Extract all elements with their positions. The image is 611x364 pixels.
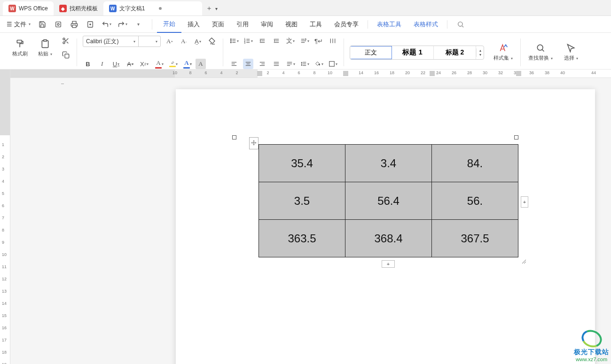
menu-home[interactable]: 开始: [157, 16, 181, 33]
numbering-button[interactable]: 123▾: [243, 36, 253, 46]
increase-indent-button[interactable]: [271, 36, 282, 46]
underline-button[interactable]: U▾: [111, 59, 121, 69]
menu-table-tools[interactable]: 表格工具: [371, 16, 407, 33]
tab-document[interactable]: W 文字文稿1: [103, 1, 202, 15]
find-replace-button[interactable]: 查找替换 ▾: [526, 42, 555, 62]
superscript-button[interactable]: X2▾: [139, 59, 149, 69]
column-marker[interactable]: [430, 71, 435, 76]
highlight-button[interactable]: ▾: [167, 59, 178, 69]
save-button[interactable]: [37, 19, 47, 30]
selection-handle[interactable]: [232, 135, 236, 139]
resize-handle[interactable]: [521, 257, 525, 262]
strikethrough-button[interactable]: A▾: [125, 59, 135, 69]
table-cell[interactable]: 367.5: [432, 220, 518, 257]
table-row[interactable]: 35.4 3.4 84.: [259, 145, 518, 182]
column-marker[interactable]: [343, 71, 348, 76]
cut-button[interactable]: [61, 36, 71, 46]
line-spacing-button[interactable]: ▾: [299, 59, 310, 69]
table-row[interactable]: 3.5 56.4 56.: [259, 182, 518, 220]
font-color-button[interactable]: A▾: [153, 59, 164, 69]
text-direction-button[interactable]: [328, 36, 338, 46]
bold-button[interactable]: B: [83, 59, 93, 69]
align-right-button[interactable]: [257, 59, 267, 69]
horizontal-ruler[interactable]: 1086422468101416182022242628303234363840…: [10, 70, 611, 78]
tab-app[interactable]: W WPS Office: [3, 1, 54, 15]
print-button[interactable]: [69, 19, 79, 30]
font-selector[interactable]: Calibri (正文)▾ ▾: [83, 36, 161, 47]
menu-view[interactable]: 视图: [279, 16, 304, 33]
table-cell[interactable]: 363.5: [259, 220, 345, 257]
selection-handle[interactable]: [514, 135, 518, 139]
table-cell[interactable]: 3.4: [345, 145, 432, 182]
qat-more-button[interactable]: ▾: [133, 19, 143, 30]
svg-line-63: [522, 260, 526, 263]
borders-button[interactable]: ▾: [328, 59, 338, 69]
move-icon: [251, 140, 257, 146]
svg-point-1: [57, 23, 59, 25]
table-cell[interactable]: 56.: [432, 182, 518, 220]
increase-font-button[interactable]: A+: [164, 36, 175, 46]
table-cell[interactable]: 56.4: [345, 182, 432, 220]
align-justify-button[interactable]: [271, 59, 282, 69]
indent-marker[interactable]: [257, 71, 262, 76]
svg-line-5: [462, 26, 463, 27]
align-center-button[interactable]: [243, 59, 253, 69]
add-row-handle[interactable]: +: [382, 260, 395, 268]
table-move-handle[interactable]: [249, 137, 258, 149]
decrease-indent-button[interactable]: [257, 36, 267, 46]
indent-marker-right[interactable]: [516, 71, 521, 76]
clear-format-button[interactable]: [207, 36, 217, 46]
align-left-button[interactable]: [229, 59, 239, 69]
paste-button[interactable]: 粘贴 ▾: [36, 38, 54, 58]
tab-templates[interactable]: ◆ 找稻壳模板: [54, 1, 103, 15]
copy-button[interactable]: [61, 50, 71, 60]
document-canvas[interactable]: ⎯ 35.4 3.4 84. 3.5 56.4 56.: [10, 78, 611, 364]
vertical-ruler[interactable]: 432112345678910111213141516171819: [0, 70, 10, 364]
print-preview-button[interactable]: [53, 19, 63, 30]
menu-tools[interactable]: 工具: [304, 16, 328, 33]
style-normal[interactable]: 正文: [350, 46, 392, 59]
table-cell[interactable]: 3.5: [259, 182, 345, 220]
table-cell[interactable]: 35.4: [259, 145, 345, 182]
menu-insert[interactable]: 插入: [181, 16, 206, 33]
shading-button[interactable]: A: [196, 59, 206, 69]
italic-button[interactable]: I: [97, 59, 107, 69]
change-case-button[interactable]: A̤▾: [193, 36, 203, 46]
document-table[interactable]: 35.4 3.4 84. 3.5 56.4 56. 363.5 368.4 36…: [258, 144, 518, 257]
menu-page[interactable]: 页面: [206, 16, 230, 33]
style-set-button[interactable]: 样式集 ▾: [492, 42, 515, 62]
line-spacing-icon: [300, 61, 307, 67]
quick-access: ▾ ▾ ▾: [37, 19, 152, 30]
style-scroll-down[interactable]: ▾: [477, 53, 484, 57]
tab-overflow-button[interactable]: ▾: [215, 6, 218, 11]
chevron-down-icon: ▾: [29, 22, 31, 26]
menu-reference[interactable]: 引用: [230, 16, 255, 33]
file-menu[interactable]: ☰ 文件 ▾: [7, 20, 31, 29]
style-heading1[interactable]: 标题 1: [392, 46, 434, 59]
format-painter-button[interactable]: 格式刷: [10, 38, 30, 58]
ltr-button[interactable]: ▾: [299, 36, 310, 46]
table-row[interactable]: 363.5 368.4 367.5: [259, 220, 518, 257]
format-marks-button[interactable]: ¶↵: [313, 36, 324, 46]
select-button[interactable]: 选择 ▾: [562, 42, 580, 62]
text-effects-button[interactable]: A▾: [181, 59, 192, 69]
new-tab-button[interactable]: ＋: [206, 4, 212, 13]
table-cell[interactable]: 84.: [432, 145, 518, 182]
decrease-font-button[interactable]: A-: [179, 36, 189, 46]
add-column-handle[interactable]: +: [521, 196, 528, 208]
undo-button[interactable]: ▾: [101, 19, 111, 30]
table-cell[interactable]: 368.4: [345, 220, 432, 257]
phonetic-button[interactable]: 文▾: [285, 36, 296, 46]
chevron-down-icon: ▾: [156, 39, 157, 44]
redo-button[interactable]: ▾: [117, 19, 127, 30]
export-button[interactable]: [85, 19, 95, 30]
style-heading2[interactable]: 标题 2: [434, 46, 476, 59]
fill-color-button[interactable]: ▾: [313, 59, 324, 69]
menu-member[interactable]: 会员专享: [328, 16, 365, 33]
search-button[interactable]: [457, 21, 464, 28]
menu-review[interactable]: 审阅: [255, 16, 279, 33]
menu-table-styles[interactable]: 表格样式: [407, 16, 444, 33]
style-scroll-up[interactable]: ▴: [477, 48, 484, 53]
bullets-button[interactable]: ▾: [229, 36, 239, 46]
align-distribute-button[interactable]: ▾: [285, 59, 296, 69]
